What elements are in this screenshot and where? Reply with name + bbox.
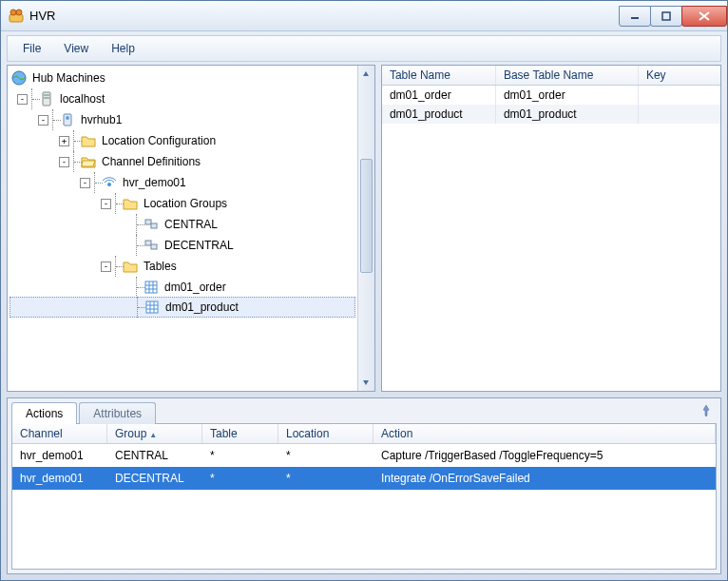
tree-label: Channel Definitions xyxy=(100,155,202,168)
tabstrip: Actions Attributes xyxy=(8,398,720,423)
svg-rect-4 xyxy=(662,12,670,20)
scroll-up-icon[interactable] xyxy=(358,67,374,82)
globe-icon xyxy=(11,70,27,86)
bottom-panel: Actions Attributes Channel Group▲ Table … xyxy=(7,397,721,574)
tree-node-dm01-order[interactable]: dm01_order xyxy=(10,277,357,298)
titlebar[interactable]: HVR xyxy=(1,1,727,31)
tree-scrollbar[interactable] xyxy=(357,66,374,391)
cell-location: * xyxy=(278,446,374,465)
tree-label: Tables xyxy=(142,260,179,273)
group-icon xyxy=(144,217,159,232)
menu-view[interactable]: View xyxy=(52,39,100,58)
tree-label: CENTRAL xyxy=(163,218,220,231)
tree-node-hubmachines[interactable]: Hub Machines xyxy=(10,68,357,88)
expand-icon[interactable]: + xyxy=(59,136,69,146)
table-icon xyxy=(144,280,159,295)
cell-key xyxy=(639,105,720,124)
cell-action: Capture /TriggerBased /ToggleFrequency=5 xyxy=(374,446,716,465)
svg-rect-23 xyxy=(146,301,158,313)
column-header-tablename[interactable]: Table Name xyxy=(382,66,496,85)
collapse-icon[interactable]: - xyxy=(59,157,69,167)
pin-icon[interactable] xyxy=(699,404,713,417)
sort-asc-icon: ▲ xyxy=(149,431,157,439)
tree-label: dm01_order xyxy=(163,281,228,294)
collapse-icon[interactable]: - xyxy=(38,115,48,126)
table-list-panel: Table Name Base Table Name Key dm01_orde… xyxy=(381,65,721,392)
tree-label: DECENTRAL xyxy=(163,239,236,252)
tab-actions[interactable]: Actions xyxy=(11,402,77,424)
column-header-action[interactable]: Action xyxy=(374,424,716,443)
svg-rect-0 xyxy=(10,14,23,22)
scroll-down-icon[interactable] xyxy=(358,375,374,390)
tree-node-locgroups[interactable]: - Location Groups xyxy=(10,193,357,214)
app-window: HVR File View Help Hub Machines xyxy=(0,0,728,581)
menu-file[interactable]: File xyxy=(11,39,52,58)
menu-help[interactable]: Help xyxy=(100,39,146,58)
svg-point-13 xyxy=(107,183,111,186)
tree-node-chandef[interactable]: - Channel Definitions xyxy=(10,151,357,172)
tree-label: localhost xyxy=(58,92,106,106)
tree-node-dm01-product[interactable]: dm01_product xyxy=(10,297,355,318)
tree-node-localhost[interactable]: - localhost xyxy=(10,88,357,109)
column-header-location[interactable]: Location xyxy=(278,424,374,443)
group-icon xyxy=(144,238,159,253)
folder-icon xyxy=(81,133,96,148)
table-row[interactable]: dm01_order dm01_order xyxy=(382,86,720,105)
tree-label: Location Groups xyxy=(142,197,229,210)
table-row[interactable]: dm01_product dm01_product xyxy=(382,105,720,124)
svg-rect-18 xyxy=(145,281,157,293)
column-header-group-text: Group xyxy=(115,427,146,440)
cell-action: Integrate /OnErrorSaveFailed xyxy=(374,469,716,488)
cell-basetablename: dm01_order xyxy=(496,86,639,105)
actions-row[interactable]: hvr_demo01 DECENTRAL * * Integrate /OnEr… xyxy=(12,467,716,490)
column-header-key[interactable]: Key xyxy=(639,66,720,85)
tree-label: Hub Machines xyxy=(30,71,107,85)
cell-tablename: dm01_order xyxy=(382,86,496,105)
tree-node-hvrhub1[interactable]: - hvrhub1 xyxy=(10,109,357,130)
tree-node-channel[interactable]: - hvr_demo01 xyxy=(10,172,357,193)
folder-icon xyxy=(123,259,138,274)
tree-node-tables[interactable]: - Tables xyxy=(10,256,357,277)
column-header-table[interactable]: Table xyxy=(202,424,278,443)
tree-label: dm01_product xyxy=(163,300,240,314)
tree-node-locconf[interactable]: + Location Configuration xyxy=(10,130,357,151)
scrollbar-track[interactable] xyxy=(358,83,374,374)
scrollbar-thumb[interactable] xyxy=(360,159,373,273)
collapse-icon[interactable]: - xyxy=(101,261,111,272)
collapse-icon[interactable]: - xyxy=(101,199,111,209)
svg-point-1 xyxy=(10,10,16,15)
collapse-icon[interactable]: - xyxy=(80,178,90,188)
tree-label: Location Configuration xyxy=(100,134,218,147)
channel-icon xyxy=(102,175,117,190)
collapse-icon[interactable]: - xyxy=(17,94,28,105)
tree-node-decentral[interactable]: DECENTRAL xyxy=(10,235,357,256)
hub-icon xyxy=(60,112,75,127)
table-list-header: Table Name Base Table Name Key xyxy=(382,66,720,86)
close-button[interactable] xyxy=(681,6,727,27)
svg-rect-9 xyxy=(44,94,49,96)
app-icon xyxy=(9,9,24,24)
folder-open-icon xyxy=(81,154,96,169)
column-header-channel[interactable]: Channel xyxy=(12,424,107,443)
cell-tablename: dm01_product xyxy=(382,105,496,124)
window-title: HVR xyxy=(29,9,55,23)
tree-node-central[interactable]: CENTRAL xyxy=(10,214,357,235)
column-header-basetablename[interactable]: Base Table Name xyxy=(496,66,639,85)
cell-location: * xyxy=(278,469,374,488)
cell-table: * xyxy=(202,469,278,488)
svg-point-2 xyxy=(16,10,22,15)
cell-table: * xyxy=(202,446,278,465)
actions-row[interactable]: hvr_demo01 CENTRAL * * Capture /TriggerB… xyxy=(12,444,716,467)
cell-channel: hvr_demo01 xyxy=(12,446,107,465)
svg-point-12 xyxy=(66,116,69,120)
menubar: File View Help xyxy=(7,35,721,62)
tab-attributes[interactable]: Attributes xyxy=(79,402,156,424)
maximize-button[interactable] xyxy=(650,6,682,27)
minimize-button[interactable] xyxy=(619,6,651,27)
column-header-group[interactable]: Group▲ xyxy=(107,424,202,443)
actions-grid-header: Channel Group▲ Table Location Action xyxy=(12,424,716,444)
svg-rect-17 xyxy=(151,244,157,249)
cell-group: CENTRAL xyxy=(107,446,202,465)
cell-channel: hvr_demo01 xyxy=(12,469,107,488)
tree-panel: Hub Machines - localhost xyxy=(7,65,375,392)
